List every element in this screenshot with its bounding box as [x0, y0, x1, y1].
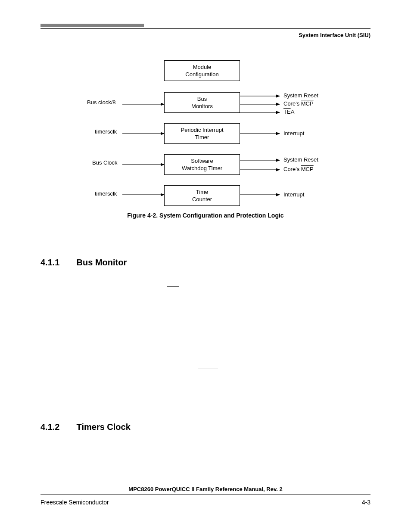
- page-top-rule: [40, 21, 371, 29]
- running-header: System Interface Unit (SIU): [299, 32, 371, 38]
- box-line: Counter: [165, 196, 240, 203]
- output-label-cores-mcp: Core's MCP: [283, 100, 314, 107]
- figure-4-2-diagram: Module Configuration Bus Monitors Period…: [40, 56, 371, 211]
- heading-number: 4.1.2: [40, 422, 74, 432]
- footer-page-number: 4-3: [362, 499, 371, 506]
- heading-4-1-2: 4.1.2 Timers Clock: [40, 422, 131, 432]
- box-line: Module: [165, 63, 240, 71]
- heading-4-1-1: 4.1.1 Bus Monitor: [40, 258, 127, 268]
- output-label-interrupt: Interrupt: [283, 191, 304, 198]
- box-line: Time: [165, 188, 240, 196]
- box-line: Timer: [165, 134, 240, 141]
- text-overline-segment: [198, 368, 218, 368]
- box-line: Watchdog Timer: [165, 165, 240, 172]
- footer-vendor: Freescale Semiconductor: [40, 499, 109, 506]
- heading-number: 4.1.1: [40, 258, 74, 268]
- box-periodic-interrupt-timer: Periodic Interrupt Timer: [164, 123, 240, 144]
- input-label-bus-clock-8: Bus clock/8: [87, 99, 115, 106]
- output-label-system-reset: System Reset: [283, 156, 318, 163]
- top-bar-accent: [40, 24, 144, 27]
- box-module-configuration: Module Configuration: [164, 60, 240, 81]
- footer-rule: [40, 495, 371, 495]
- box-line: Periodic Interrupt: [165, 126, 240, 134]
- box-bus-monitors: Bus Monitors: [164, 92, 240, 113]
- text-overline-segment: [224, 350, 244, 350]
- text-overline-segment: [216, 359, 228, 359]
- box-software-watchdog-timer: Software Watchdog Timer: [164, 154, 240, 175]
- box-line: Software: [165, 157, 240, 165]
- output-label-interrupt: Interrupt: [283, 130, 304, 137]
- box-line: Bus: [165, 95, 240, 103]
- output-label-system-reset: System Reset: [283, 92, 318, 99]
- figure-caption: Figure 4-2. System Configuration and Pro…: [0, 212, 411, 219]
- input-label-bus-clock: Bus Clock: [92, 159, 118, 166]
- input-label-timersclk: timersclk: [95, 190, 117, 197]
- output-label-tea: TEA: [283, 109, 294, 115]
- box-line: Monitors: [165, 103, 240, 110]
- text-overline-segment: [167, 286, 179, 287]
- box-time-counter: Time Counter: [164, 185, 240, 206]
- input-label-timersclk: timersclk: [95, 128, 117, 135]
- footer-manual-title: MPC8260 PowerQUICC II Family Reference M…: [0, 486, 411, 492]
- heading-title: Bus Monitor: [77, 258, 127, 267]
- heading-title: Timers Clock: [77, 422, 131, 432]
- output-label-cores-mcp: Core's MCP: [283, 166, 314, 172]
- box-line: Configuration: [165, 71, 240, 78]
